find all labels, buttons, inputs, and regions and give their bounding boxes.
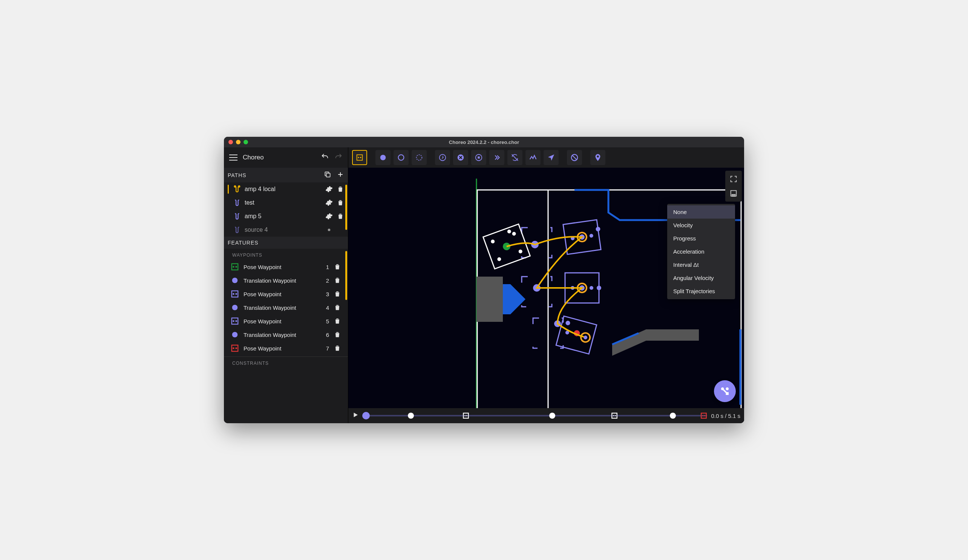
minimize-window-button[interactable] [236,140,240,144]
trash-icon[interactable] [333,304,341,311]
trash-icon[interactable] [336,226,344,234]
path-row[interactable]: amp 5 [224,210,348,223]
timeline-end-marker[interactable] [700,412,708,419]
waypoint-label: Pose Waypoint [244,345,318,351]
svg-point-1 [234,186,236,187]
svg-point-38 [491,239,495,244]
path-name: test [245,199,322,206]
overlay-menu-item[interactable]: Velocity [667,219,735,232]
maximize-window-button[interactable] [244,140,248,144]
rotate-tool[interactable] [412,150,427,165]
waypoint-index: 5 [322,318,329,325]
svg-point-79 [613,415,614,416]
trash-icon[interactable] [333,317,341,325]
overlay-menu-item[interactable]: Progress [667,232,735,245]
timeline-marker[interactable] [549,413,555,419]
path-row[interactable]: amp 4 local [224,182,348,196]
field-canvas[interactable]: None Velocity Progress Acceleration Inte… [348,168,744,423]
paths-list[interactable]: amp 4 local test amp 5 [224,182,348,237]
timeline-pose-marker[interactable] [462,412,470,419]
grid-toggle-button[interactable] [728,187,739,199]
select-tool[interactable] [352,150,367,165]
svg-point-21 [380,155,386,161]
generate-button[interactable] [714,380,736,402]
svg-rect-18 [357,155,363,161]
skip-tool[interactable] [489,150,504,165]
gear-icon[interactable] [325,212,333,220]
trash-icon[interactable] [336,212,344,220]
waypoint-index: 2 [322,277,329,284]
svg-rect-78 [612,413,617,418]
waypoint-label: Translation Waypoint [244,331,318,338]
block-tool[interactable] [567,150,582,165]
paths-header: PATHS [224,168,348,182]
path-row[interactable]: source 4 [224,223,348,237]
path-icon [232,226,241,234]
close-window-button[interactable] [229,140,233,144]
features-header-label: FEATURES [228,240,259,246]
cancel-tool[interactable] [453,150,468,165]
overlay-menu-item[interactable]: None [667,205,735,219]
stop-tool[interactable] [471,150,486,165]
compass-tool[interactable] [435,150,450,165]
timeline-marker[interactable] [408,413,414,419]
features-list[interactable]: WAYPOINTS Pose Waypoint 1 Translation Wa… [224,249,348,423]
overlay-menu-item[interactable]: Interval Δt [667,258,735,271]
menu-button[interactable] [229,154,237,161]
trash-icon[interactable] [333,277,341,284]
svg-point-39 [512,231,516,236]
circle-outline-tool[interactable] [393,150,409,165]
waypoint-row[interactable]: Pose Waypoint 1 [224,260,348,273]
trash-icon[interactable] [333,331,341,338]
path-row[interactable]: test [224,196,348,210]
gear-icon[interactable] [325,186,333,193]
location-tool[interactable] [590,150,605,165]
duplicate-path-button[interactable] [324,171,332,179]
navigate-tool[interactable] [544,150,559,165]
fit-view-button[interactable] [728,173,739,185]
overlay-menu-item[interactable]: Split Trajectories [667,285,735,298]
waypoint-row[interactable]: Pose Waypoint 7 [224,341,348,355]
path-icon [232,212,241,220]
overlay-menu-item[interactable]: Angular Velocity [667,271,735,285]
waypoint-label: Pose Waypoint [244,264,318,270]
add-path-button[interactable] [336,171,344,179]
circle-fill-tool[interactable] [375,150,391,165]
trash-icon[interactable] [333,263,341,270]
overlay-menu-item[interactable]: Acceleration [667,245,735,258]
svg-point-16 [232,348,234,350]
waypoint-row[interactable]: Translation Waypoint 6 [224,328,348,341]
trash-icon[interactable] [333,345,341,352]
waypoint-row[interactable]: Pose Waypoint 3 [224,287,348,301]
gear-icon[interactable] [325,199,333,207]
play-button[interactable] [352,411,359,420]
svg-rect-33 [476,277,503,322]
timeline: 0.0 s / 5.1 s [348,408,744,423]
waypoint-row[interactable]: Pose Waypoint 5 [224,314,348,328]
sidebar: Choreo PATHS [224,147,348,423]
app-window: Choreo 2024.2.2 - choreo.chor Choreo [224,137,744,423]
trash-icon[interactable] [336,186,344,193]
timeline-track[interactable] [363,415,707,416]
waypoint-row[interactable]: Translation Waypoint 2 [224,273,348,287]
translation-waypoint-icon [231,276,239,285]
timeline-marker[interactable] [670,413,676,419]
svg-point-17 [235,348,237,350]
gear-icon[interactable] [325,226,333,234]
translation-waypoint-icon [231,330,239,339]
trash-icon[interactable] [333,290,341,298]
path-tool[interactable] [525,150,540,165]
svg-point-76 [465,415,466,416]
timeline-playhead[interactable] [362,412,370,419]
traffic-lights [229,140,248,144]
redo-button[interactable] [334,152,343,162]
sync-off-tool[interactable] [507,150,522,165]
svg-point-66 [732,194,733,195]
timeline-pose-marker[interactable] [611,412,618,419]
svg-point-52 [590,286,593,290]
svg-point-20 [360,157,361,158]
waypoint-row[interactable]: Translation Waypoint 4 [224,301,348,314]
overlay-menu: None Velocity Progress Acceleration Inte… [667,204,735,299]
undo-button[interactable] [321,152,329,162]
trash-icon[interactable] [336,199,344,207]
